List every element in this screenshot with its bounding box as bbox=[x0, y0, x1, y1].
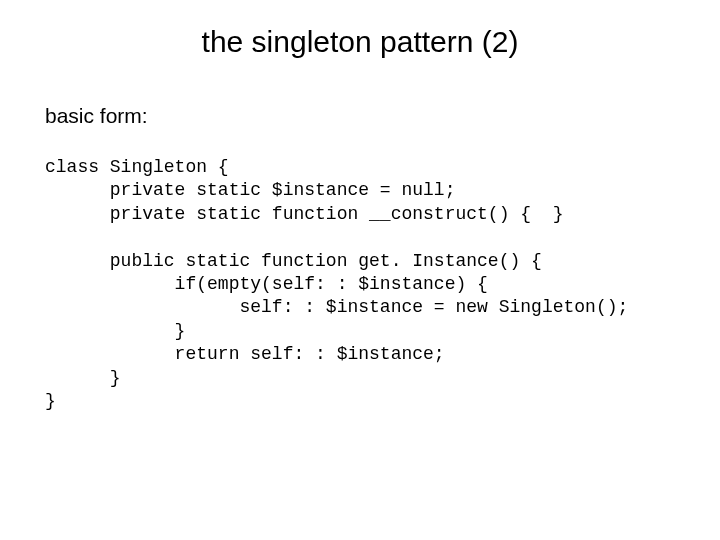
code-line: class Singleton { bbox=[45, 157, 229, 177]
code-line: self: : $instance = new Singleton(); bbox=[45, 297, 628, 317]
section-subtitle: basic form: bbox=[45, 104, 675, 128]
code-line: } bbox=[45, 391, 56, 411]
code-block: class Singleton { private static $instan… bbox=[45, 156, 675, 413]
slide-title: the singleton pattern (2) bbox=[45, 25, 675, 59]
code-line: if(empty(self: : $instance) { bbox=[45, 274, 488, 294]
code-line: private static function __construct() { … bbox=[45, 204, 563, 224]
code-line: private static $instance = null; bbox=[45, 180, 455, 200]
code-line: return self: : $instance; bbox=[45, 344, 445, 364]
code-line: public static function get. Instance() { bbox=[45, 251, 542, 271]
code-line: } bbox=[45, 321, 185, 341]
code-line: } bbox=[45, 368, 121, 388]
